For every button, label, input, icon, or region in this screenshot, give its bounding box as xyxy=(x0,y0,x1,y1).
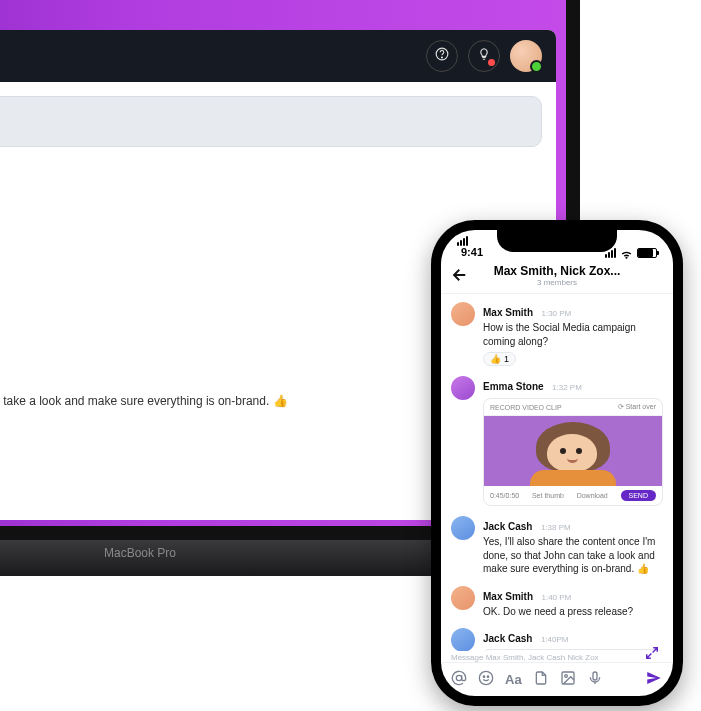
sender-name: Max Smith xyxy=(483,307,533,318)
message-text: Yes, I'll also share the content once I'… xyxy=(483,535,663,576)
phone-chat-title: Max Smith, Nick Zox... xyxy=(494,264,621,278)
attach-file-icon[interactable] xyxy=(533,670,549,690)
svg-point-3 xyxy=(442,57,443,58)
battery-icon xyxy=(637,248,657,258)
reaction-chip[interactable]: 👍 1 xyxy=(483,352,516,366)
phone-chat-header: Max Smith, Nick Zox... 3 members xyxy=(441,260,673,294)
message-row: Max Smith 1:40 PM OK. Do we need a press… xyxy=(451,586,663,619)
message-timestamp: 1:38 PM xyxy=(541,523,571,532)
svg-point-8 xyxy=(483,676,484,677)
video-card-label: RECORD VIDEO CLIP xyxy=(490,404,562,411)
message-timestamp: 1:30 PM xyxy=(541,309,571,318)
phone-compose-bar[interactable]: Aa xyxy=(441,662,673,696)
message-row: Max Smith 1:30 PM How is the Social Medi… xyxy=(451,302,663,366)
message-timestamp: 1:30 PM xyxy=(0,161,542,172)
avatar[interactable] xyxy=(451,628,475,651)
svg-point-7 xyxy=(479,671,492,684)
avatar[interactable] xyxy=(451,302,475,326)
expand-button[interactable] xyxy=(641,642,663,664)
message-text: OK. Do we need a press release? xyxy=(483,605,663,619)
image-icon[interactable] xyxy=(560,670,576,690)
help-icon xyxy=(435,47,449,65)
svg-point-6 xyxy=(456,675,461,680)
message-text: How is the Social Media campaign coming … xyxy=(483,321,663,348)
message-row: 1:30 PM Social Media campaign coming alo… xyxy=(0,161,542,206)
signal-icon xyxy=(457,236,483,246)
help-button[interactable] xyxy=(426,40,458,72)
video-thumbnail xyxy=(484,416,662,486)
notification-dot-icon xyxy=(488,59,495,66)
message-row: Jack Cash 1:40PM pressrealice_May2021 11… xyxy=(451,628,663,651)
wifi-icon xyxy=(620,248,633,258)
sender-name: Jack Cash xyxy=(483,521,532,532)
user-avatar[interactable] xyxy=(510,40,542,72)
thumbs-up-icon: 👍 xyxy=(490,354,501,364)
avatar[interactable] xyxy=(451,376,475,400)
desktop-topbar: Search Happy Media xyxy=(0,30,556,82)
svg-point-9 xyxy=(487,676,488,677)
mic-icon[interactable] xyxy=(587,670,603,690)
status-time: 9:41 xyxy=(461,246,483,258)
svg-point-11 xyxy=(564,674,567,677)
phone-screen: 9:41 Max Smith, Nick Zox... 3 members M xyxy=(441,230,673,696)
avatar[interactable] xyxy=(451,516,475,540)
mention-icon[interactable] xyxy=(451,670,467,690)
cartoon-avatar-illustration xyxy=(528,418,618,486)
video-set-thumb[interactable]: Set thumb xyxy=(532,492,564,499)
back-button[interactable] xyxy=(451,266,469,288)
file-attachment[interactable]: pressrealice_May2021 11.2 MB xyxy=(483,649,663,651)
notifications-button[interactable] xyxy=(468,40,500,72)
message-timestamp: 1:40 PM xyxy=(541,593,571,602)
message-row: Emma Stone 1:32 PM RECORD VIDEO CLIP ⟳ S… xyxy=(451,376,663,506)
topbar-actions xyxy=(426,40,542,72)
video-card-start-over[interactable]: ⟳ Start over xyxy=(618,403,656,411)
compose-placeholder: Message Max Smith, Jack Cash Nick Zox xyxy=(441,653,673,662)
sender-name: Emma Stone xyxy=(483,381,544,392)
phone-notch xyxy=(497,230,617,252)
phone-chat-subtitle: 3 members xyxy=(537,278,577,287)
sender-name: Jack Cash xyxy=(483,633,532,644)
svg-rect-12 xyxy=(593,672,597,680)
chat-header[interactable]: h, Nick Zox... xyxy=(0,96,542,147)
reaction-count: 1 xyxy=(504,354,509,364)
video-clip-card[interactable]: RECORD VIDEO CLIP ⟳ Start over 0:45/0:50… xyxy=(483,398,663,506)
send-button[interactable] xyxy=(645,669,663,691)
avatar[interactable] xyxy=(451,586,475,610)
text-format-icon[interactable]: Aa xyxy=(505,672,522,687)
phone-chat-body: Max Smith 1:30 PM How is the Social Medi… xyxy=(441,294,673,651)
phone-mockup: 9:41 Max Smith, Nick Zox... 3 members M xyxy=(431,220,683,706)
sender-name: Max Smith xyxy=(483,591,533,602)
laptop-label: MacBook Pro xyxy=(104,546,176,560)
video-download[interactable]: Download xyxy=(577,492,608,499)
message-row: Jack Cash 1:38 PM Yes, I'll also share t… xyxy=(451,516,663,576)
message-timestamp: 1:40PM xyxy=(541,635,569,644)
video-send-button[interactable]: SEND xyxy=(621,490,656,501)
emoji-icon[interactable] xyxy=(478,670,494,690)
message-text: Social Media campaign coming along? xyxy=(0,174,542,188)
message-timestamp: 1:32 PM xyxy=(552,383,582,392)
video-time: 0:45/0:50 xyxy=(490,492,519,499)
